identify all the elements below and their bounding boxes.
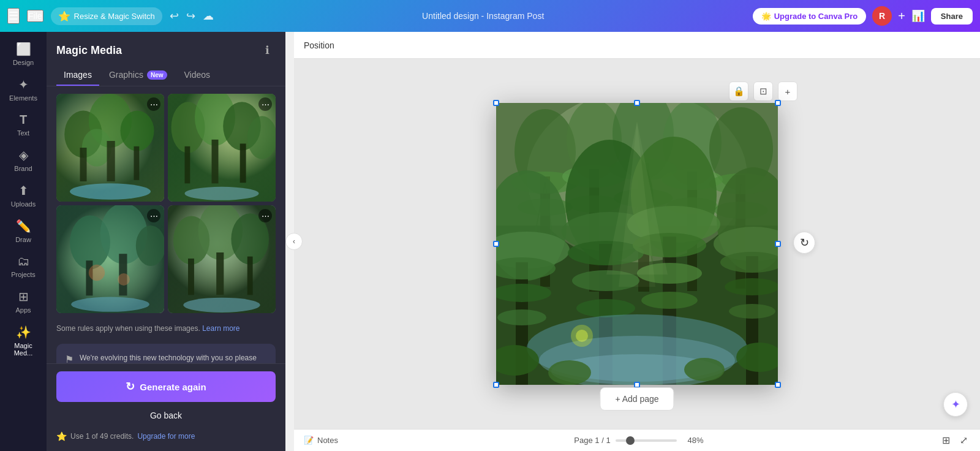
svg-point-13 [247,116,276,159]
grid-view-button[interactable]: ⊞ [940,432,952,449]
sidebar-item-projects[interactable]: 🗂 Projects [2,249,44,283]
notes-label: Notes [317,436,338,445]
add-page-button[interactable]: + Add page [600,387,674,411]
resize-handle-mr[interactable] [775,241,781,247]
upgrade-label: Upgrade to Canva Pro [774,12,858,21]
panel-info-button[interactable]: ℹ [258,42,276,59]
resize-handle-br[interactable] [775,382,781,388]
design-label: Design [13,59,34,66]
svg-point-24 [71,297,149,312]
frame-button[interactable]: ⊡ [753,81,773,101]
hide-panel-button[interactable]: ‹ [285,233,303,250]
add-page-area: + Add page [600,387,674,411]
cloud-save-button[interactable]: ☁ [203,9,214,23]
document-title: Untitled design - Instagram Post [422,11,544,21]
panel-title: Magic Media [56,44,122,57]
add-button[interactable]: + [778,81,797,101]
magic-star-icon: ⭐ [58,10,70,22]
notice-box: ⚑ We're evolving this new technology wit… [56,344,276,363]
forest-svg-4 [168,205,276,313]
position-label: Position [304,40,334,50]
add-page-label: + Add page [615,394,658,404]
learn-more-link[interactable]: Learn more [202,324,239,333]
fullscreen-button[interactable]: ⤢ [957,432,970,449]
svg-point-74 [729,304,775,319]
zoom-slider[interactable] [616,439,677,442]
svg-rect-6 [107,141,115,181]
status-right: ⊞ ⤢ [940,432,970,449]
page-info: Page 1 / 1 [574,436,610,445]
upgrade-button[interactable]: 🌟 Upgrade to Canva Pro [753,8,867,25]
notes-button[interactable]: 📝 Notes [304,436,338,445]
magic-switch-label: Resize & Magic Switch [74,12,155,21]
svg-point-95 [684,358,725,381]
sidebar-item-elements[interactable]: ✦ Elements [2,72,44,107]
tab-images[interactable]: Images [56,65,99,86]
rotate-button[interactable]: ↻ [793,232,815,254]
text-icon: T [20,113,27,127]
grid-image-1[interactable]: ⋯ [56,94,164,202]
svg-rect-15 [212,140,219,183]
user-avatar[interactable]: R [872,6,892,26]
add-collaborator-button[interactable]: + [898,9,905,23]
upgrade-star-icon: 🌟 [761,12,771,21]
resize-handle-tm[interactable] [634,100,640,106]
svg-rect-14 [185,146,190,183]
analytics-button[interactable]: 📊 [911,9,925,23]
sidebar-item-brand[interactable]: ◈ Brand [2,143,44,177]
image-more-btn-1[interactable]: ⋯ [147,97,160,111]
sidebar-item-design[interactable]: ⬜ Design [2,37,44,71]
image-more-btn-3[interactable]: ⋯ [147,209,160,222]
sidebar-item-uploads[interactable]: ⬆ Uploads [2,178,44,213]
generate-again-button[interactable]: ↻ Generate again [56,371,276,402]
go-back-button[interactable]: Go back [56,407,276,424]
sidebar-item-draw[interactable]: ✏️ Draw [2,214,44,248]
sidebar-item-text[interactable]: T Text [2,108,44,142]
svg-rect-16 [240,143,246,183]
svg-point-94 [548,360,591,385]
grid-image-2[interactable]: ⋯ [168,94,276,202]
status-left: 📝 Notes [304,436,338,445]
menu-button[interactable]: ☰ [7,8,20,24]
resize-handle-tl[interactable] [493,100,499,106]
svg-point-17 [185,187,259,200]
status-center: Page 1 / 1 48% [574,436,703,445]
draw-label: Draw [15,236,31,243]
image-more-btn-4[interactable]: ⋯ [258,209,272,222]
grid-image-4[interactable]: ⋯ [168,205,276,313]
redo-button[interactable]: ↪ [186,9,195,23]
tab-videos[interactable]: Videos [177,65,218,86]
svg-point-21 [136,226,164,266]
forest-svg-1 [56,94,164,202]
panel-wrapper: Magic Media ℹ Images Graphics New Videos [47,32,294,451]
magic-switch-button[interactable]: ⭐ Resize & Magic Switch [51,7,162,25]
svg-point-25 [89,265,105,281]
sidebar-item-apps[interactable]: ⊞ Apps [2,284,44,319]
resize-handle-bl[interactable] [493,382,499,388]
canvas-main-image[interactable] [496,103,778,385]
assistant-button[interactable]: ✦ [943,392,968,417]
canvas-area: Position 🔒 ⊡ + ↻ [294,32,980,451]
image-more-btn-2[interactable]: ⋯ [258,97,272,111]
file-button[interactable]: File [27,10,43,22]
zoom-level: 48% [682,436,704,445]
grid-image-3[interactable]: ⋯ [56,205,164,313]
uploads-label: Uploads [11,200,36,208]
canvas-content[interactable]: 🔒 ⊡ + ↻ [294,59,980,429]
lock-button[interactable]: 🔒 [729,81,748,101]
magic-label: Magic Med... [6,342,40,357]
svg-rect-5 [80,148,87,181]
resize-handle-ml[interactable] [493,241,499,247]
panel-tabs: Images Graphics New Videos [47,65,285,86]
generate-label: Generate again [140,382,206,392]
tab-graphics-badge: New [147,70,167,80]
resize-handle-tr[interactable] [775,100,781,106]
sidebar-item-magic[interactable]: ✨ Magic Med... [2,320,44,362]
tab-graphics[interactable]: Graphics New [102,65,175,86]
undo-button[interactable]: ↩ [170,9,179,23]
credits-text: Use 1 of 49 credits. [70,432,134,441]
draw-icon: ✏️ [16,219,31,233]
share-button[interactable]: Share [931,8,973,25]
topbar-center: Untitled design - Instagram Post [221,11,745,21]
upgrade-for-more-link[interactable]: Upgrade for more [137,432,195,441]
